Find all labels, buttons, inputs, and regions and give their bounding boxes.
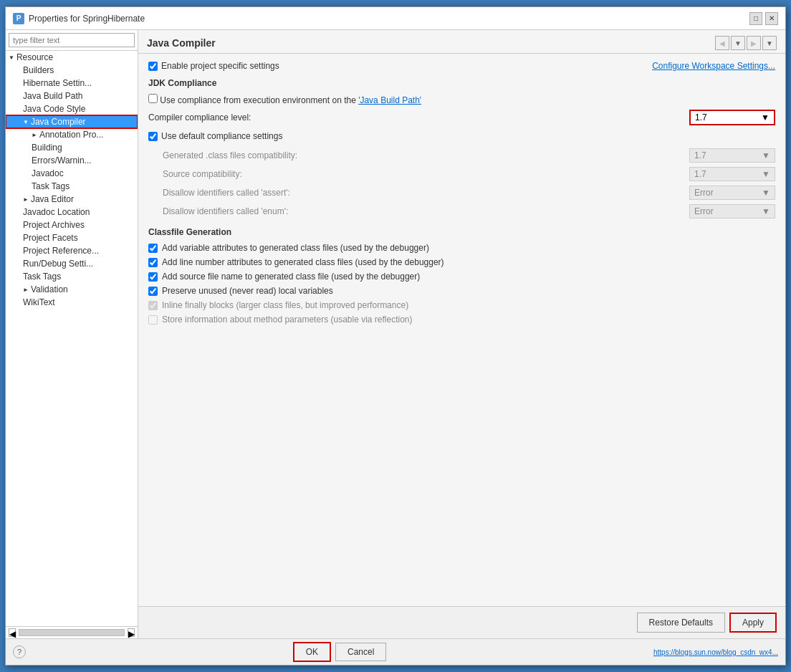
- enable-row: Enable project specific settings Configu…: [148, 61, 775, 71]
- sidebar-item-task-tags-2[interactable]: Task Tags: [6, 270, 138, 283]
- help-button[interactable]: ?: [13, 645, 26, 658]
- restore-defaults-button[interactable]: Restore Defaults: [637, 613, 725, 633]
- expand-icon: ►: [32, 132, 37, 138]
- dialog-icon: P: [13, 13, 24, 24]
- dropdown-icon: ▼: [761, 112, 770, 123]
- setting-select-0: 1.7 ▼: [689, 148, 775, 163]
- checkbox-label-0: Add variable attributes to generated cla…: [162, 243, 429, 253]
- dropdown-icon: ▼: [762, 188, 770, 198]
- sidebar-item-javadoc-location[interactable]: Javadoc Location: [6, 206, 138, 219]
- use-compliance-label: Use compliance from execution environmen…: [160, 95, 421, 105]
- checkbox-label-1: Add line number attributes to generated …: [162, 257, 444, 267]
- sidebar: ▼ Resource Builders Hibernate Settin... …: [6, 30, 138, 638]
- sidebar-item-project-references[interactable]: Project Reference...: [6, 244, 138, 257]
- setting-row-3: Disallow identifiers called 'enum': Erro…: [163, 204, 775, 219]
- jdk-compliance-section: JDK Compliance Use compliance from execu…: [148, 78, 775, 219]
- sidebar-item-project-facets[interactable]: Project Facets: [6, 231, 138, 244]
- setting-row-0: Generated .class files compatibility: 1.…: [163, 148, 775, 163]
- expand-icon: ►: [23, 196, 29, 203]
- checkbox-label-3: Preserve unused (never read) local varia…: [162, 286, 333, 296]
- checkbox-label-4: Inline finally blocks (larger class file…: [162, 300, 408, 310]
- use-default-label: Use default compliance settings: [161, 131, 282, 141]
- sidebar-item-task-tags[interactable]: Task Tags: [6, 180, 138, 193]
- default-compliance-row: Use default compliance settings: [148, 131, 775, 141]
- use-default-checkbox[interactable]: [148, 132, 158, 141]
- title-buttons: □ ✕: [749, 12, 778, 25]
- jdk-section-label: JDK Compliance: [148, 78, 775, 88]
- title-bar: P Properties for SpringHibernate □ ✕: [6, 7, 785, 30]
- expand-icon: ▼: [9, 54, 14, 61]
- compliance-level-label: Compiler compliance level:: [148, 112, 251, 123]
- enable-specific-label: Enable project specific settings: [161, 61, 279, 71]
- sidebar-item-errors-warnings[interactable]: Errors/Warnin...: [6, 154, 138, 167]
- use-compliance-checkbox[interactable]: [148, 94, 158, 103]
- checkbox-3[interactable]: [148, 287, 158, 296]
- checkbox-0[interactable]: [148, 244, 158, 253]
- cancel-button[interactable]: Cancel: [335, 643, 386, 661]
- compliance-level-select[interactable]: 1.7 ▼: [689, 110, 775, 125]
- sidebar-item-java-code-style[interactable]: Java Code Style: [6, 102, 138, 115]
- enable-specific-checkbox[interactable]: [148, 62, 158, 71]
- action-buttons: OK Cancel: [293, 642, 387, 662]
- sidebar-item-run-debug[interactable]: Run/Debug Setti...: [6, 257, 138, 270]
- classfile-section-label: Classfile Generation: [148, 227, 775, 237]
- sidebar-item-project-archives[interactable]: Project Archives: [6, 219, 138, 231]
- forward-menu-button[interactable]: ▼: [762, 36, 777, 50]
- sidebar-item-java-compiler[interactable]: ▼ Java Compiler: [6, 115, 138, 128]
- footer-bar: ? OK Cancel https://blogs.sun.now/blog_c…: [6, 638, 785, 665]
- sidebar-item-annotation-processing[interactable]: ► Annotation Pro...: [6, 128, 138, 141]
- sidebar-item-java-build-path[interactable]: Java Build Path: [6, 90, 138, 102]
- checkbox-row-1: Add line number attributes to generated …: [148, 257, 775, 267]
- dropdown-icon: ▼: [762, 206, 770, 216]
- settings-grid: Generated .class files compatibility: 1.…: [163, 148, 775, 219]
- setting-label-3: Disallow identifiers called 'enum':: [163, 206, 689, 216]
- sidebar-item-javadoc[interactable]: Javadoc: [6, 167, 138, 180]
- java-build-path-link[interactable]: 'Java Build Path': [358, 95, 421, 105]
- sidebar-item-builders[interactable]: Builders: [6, 64, 138, 77]
- checkbox-2[interactable]: [148, 272, 158, 282]
- dropdown-icon: ▼: [762, 169, 770, 179]
- forward-button[interactable]: ▶: [747, 36, 761, 50]
- checkbox-1[interactable]: [148, 258, 158, 267]
- sidebar-item-validation[interactable]: ► Validation: [6, 283, 138, 296]
- checkbox-4: [148, 301, 158, 310]
- menu-button[interactable]: ▼: [731, 36, 745, 50]
- checkbox-label-5: Store information about method parameter…: [162, 315, 413, 325]
- bottom-bar: Restore Defaults Apply: [138, 606, 785, 638]
- sidebar-item-hibernate-settings[interactable]: Hibernate Settin...: [6, 77, 138, 90]
- sidebar-item-resource[interactable]: ▼ Resource: [6, 51, 138, 64]
- sidebar-bottom: ◀ ▶: [6, 626, 138, 638]
- ok-button[interactable]: OK: [293, 642, 331, 662]
- sidebar-nav-left[interactable]: ◀: [9, 628, 16, 637]
- main-content: ▼ Resource Builders Hibernate Settin... …: [6, 30, 785, 638]
- close-button[interactable]: ✕: [765, 12, 778, 25]
- compliance-note-row: Use compliance from execution environmen…: [148, 94, 775, 105]
- setting-row-2: Disallow identifiers called 'assert': Er…: [163, 186, 775, 200]
- dropdown-icon: ▼: [762, 150, 770, 160]
- setting-select-1: 1.7 ▼: [689, 167, 775, 181]
- setting-select-2: Error ▼: [689, 186, 775, 200]
- sidebar-item-wikitext[interactable]: WikiText: [6, 296, 138, 309]
- minimize-button[interactable]: □: [749, 12, 762, 25]
- setting-label-0: Generated .class files compatibility:: [163, 150, 689, 160]
- classfile-section: Classfile Generation Add variable attrib…: [148, 227, 775, 325]
- title-bar-left: P Properties for SpringHibernate: [13, 13, 145, 24]
- expand-icon: ▼: [23, 119, 29, 125]
- expand-icon: ►: [23, 287, 29, 293]
- panel-nav-buttons: ◀ ▼ ▶ ▼: [715, 36, 777, 50]
- setting-label-1: Source compatibility:: [163, 169, 689, 179]
- search-box: [6, 30, 138, 51]
- configure-workspace-link[interactable]: Configure Workspace Settings...: [652, 61, 775, 71]
- apply-button[interactable]: Apply: [729, 613, 777, 633]
- back-button[interactable]: ◀: [715, 36, 729, 50]
- panel-body: Enable project specific settings Configu…: [138, 54, 785, 606]
- setting-row-1: Source compatibility: 1.7 ▼: [163, 167, 775, 181]
- sidebar-item-building[interactable]: Building: [6, 141, 138, 154]
- checkbox-row-0: Add variable attributes to generated cla…: [148, 243, 775, 253]
- sidebar-nav-right[interactable]: ▶: [128, 628, 135, 637]
- sidebar-tree: ▼ Resource Builders Hibernate Settin... …: [6, 51, 138, 626]
- filter-input[interactable]: [9, 33, 135, 47]
- sidebar-item-java-editor[interactable]: ► Java Editor: [6, 193, 138, 206]
- properties-dialog: P Properties for SpringHibernate □ ✕ ▼ R…: [5, 6, 786, 666]
- checkbox-row-4: Inline finally blocks (larger class file…: [148, 300, 775, 310]
